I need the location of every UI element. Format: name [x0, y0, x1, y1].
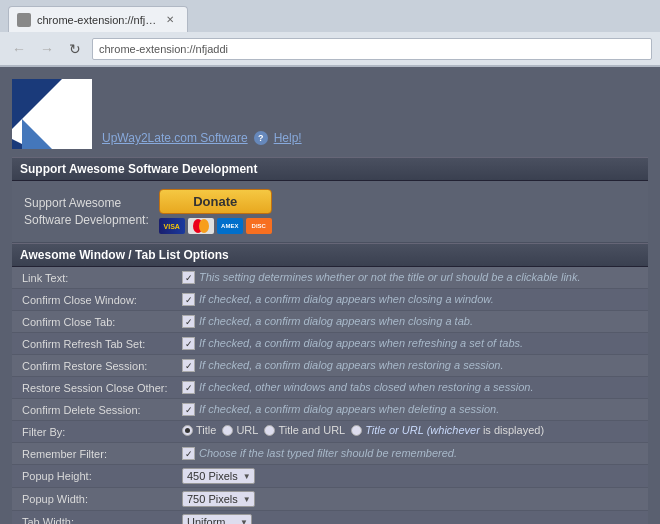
row-label: Remember Filter: [22, 446, 182, 460]
checkbox-link-text[interactable] [182, 271, 195, 284]
radio-title-or-url[interactable]: Title or URL (whichever is displayed) [351, 424, 544, 436]
browser-chrome: chrome-extension://nfjaddi ✕ ← → ↻ chrom… [0, 0, 660, 67]
row-label: Confirm Restore Session: [22, 358, 182, 372]
row-value: If checked, other windows and tabs close… [182, 380, 638, 394]
tab-bar: chrome-extension://nfjaddi ✕ [0, 0, 660, 32]
reload-button[interactable]: ↻ [64, 38, 86, 60]
checkbox-confirm-delete-session[interactable] [182, 403, 195, 416]
checkbox-confirm-restore-session[interactable] [182, 359, 195, 372]
row-value: 750 Pixels ▼ [182, 491, 638, 507]
row-label: Confirm Close Tab: [22, 314, 182, 328]
table-row: Popup Height: 450 Pixels ▼ [12, 465, 648, 488]
select-arrow-icon: ▼ [243, 495, 251, 504]
select-arrow-icon: ▼ [243, 472, 251, 481]
address-text: chrome-extension://nfjaddi [99, 43, 228, 55]
table-row: Popup Width: 750 Pixels ▼ [12, 488, 648, 511]
tab-close-btn[interactable]: ✕ [163, 13, 177, 27]
row-value: Choose if the last typed filter should b… [182, 446, 638, 460]
address-bar[interactable]: chrome-extension://nfjaddi [92, 38, 652, 60]
options-table: Link Text: This setting determines wheth… [12, 267, 648, 524]
popup-width-select[interactable]: 750 Pixels ▼ [182, 491, 255, 507]
checkbox-remember-filter[interactable] [182, 447, 195, 460]
table-row: Confirm Restore Session: If checked, a c… [12, 355, 648, 377]
logo-image [12, 79, 92, 149]
radio-url[interactable]: URL [222, 424, 258, 436]
radio-title-or-url-circle[interactable] [351, 425, 362, 436]
tab-width-select[interactable]: Uniform ▼ [182, 514, 252, 524]
table-row: Tab Width: Uniform ▼ [12, 511, 648, 524]
amex-icon: AMEX [217, 218, 243, 234]
radio-title[interactable]: Title [182, 424, 216, 436]
row-value: Uniform ▼ [182, 514, 638, 524]
checkbox-restore-close-other[interactable] [182, 381, 195, 394]
popup-height-select[interactable]: 450 Pixels ▼ [182, 468, 255, 484]
row-label: Confirm Delete Session: [22, 402, 182, 416]
table-row: Link Text: This setting determines wheth… [12, 267, 648, 289]
row-value: Title URL Title and URL Title or URL (wh… [182, 424, 638, 436]
table-row: Filter By: Title URL Title and URL [12, 421, 648, 443]
row-label: Filter By: [22, 424, 182, 438]
tab-favicon [17, 13, 31, 27]
radio-title-and-url-circle[interactable] [264, 425, 275, 436]
donate-label: Support Awesome Software Development: [24, 195, 149, 229]
row-label: Confirm Close Window: [22, 292, 182, 306]
nav-bar: ← → ↻ chrome-extension://nfjaddi [0, 32, 660, 66]
logo-area: UpWay2Late.com Software ? Help! [12, 79, 648, 149]
select-arrow-icon: ▼ [240, 518, 248, 525]
page-content: UpWay2Late.com Software ? Help! Support … [0, 67, 660, 524]
discover-icon: DISC [246, 218, 272, 234]
help-link[interactable]: Help! [274, 131, 302, 145]
radio-url-circle[interactable] [222, 425, 233, 436]
row-value: If checked, a confirm dialog appears whe… [182, 336, 638, 350]
forward-button: → [36, 38, 58, 60]
tab-title: chrome-extension://nfjaddi [37, 14, 157, 26]
row-value: 450 Pixels ▼ [182, 468, 638, 484]
logo-links: UpWay2Late.com Software ? Help! [102, 131, 302, 149]
site-link[interactable]: UpWay2Late.com Software [102, 131, 248, 145]
filter-radio-group: Title URL Title and URL Title or URL (wh… [182, 424, 544, 436]
mastercard-icon [188, 218, 214, 234]
row-value: This setting determines whether or not t… [182, 270, 638, 284]
checkbox-confirm-close-window[interactable] [182, 293, 195, 306]
visa-icon: VISA [159, 218, 185, 234]
row-label: Popup Width: [22, 491, 182, 505]
row-value: If checked, a confirm dialog appears whe… [182, 292, 638, 306]
row-label: Popup Height: [22, 468, 182, 482]
donate-area: Donate VISA AMEX DISC [159, 189, 272, 234]
active-tab[interactable]: chrome-extension://nfjaddi ✕ [8, 6, 188, 32]
row-label: Confirm Refresh Tab Set: [22, 336, 182, 350]
table-row: Confirm Refresh Tab Set: If checked, a c… [12, 333, 648, 355]
checkbox-confirm-close-tab[interactable] [182, 315, 195, 328]
radio-title-and-url[interactable]: Title and URL [264, 424, 345, 436]
row-label: Link Text: [22, 270, 182, 284]
table-row: Confirm Close Tab: If checked, a confirm… [12, 311, 648, 333]
radio-title-circle[interactable] [182, 425, 193, 436]
options-section-header: Awesome Window / Tab List Options [12, 243, 648, 267]
row-label: Restore Session Close Other: [22, 380, 182, 394]
row-value: If checked, a confirm dialog appears whe… [182, 358, 638, 372]
row-value: If checked, a confirm dialog appears whe… [182, 314, 638, 328]
donate-section-header: Support Awesome Software Development [12, 157, 648, 181]
help-icon: ? [254, 131, 268, 145]
table-row: Remember Filter: Choose if the last type… [12, 443, 648, 465]
row-value: If checked, a confirm dialog appears whe… [182, 402, 638, 416]
table-row: Restore Session Close Other: If checked,… [12, 377, 648, 399]
donate-button[interactable]: Donate [159, 189, 272, 214]
back-button: ← [8, 38, 30, 60]
table-row: Confirm Delete Session: If checked, a co… [12, 399, 648, 421]
payment-icons: VISA AMEX DISC [159, 218, 272, 234]
table-row: Confirm Close Window: If checked, a conf… [12, 289, 648, 311]
donate-section: Support Awesome Software Development: Do… [12, 181, 648, 243]
row-label: Tab Width: [22, 514, 182, 524]
checkbox-confirm-refresh-tab[interactable] [182, 337, 195, 350]
